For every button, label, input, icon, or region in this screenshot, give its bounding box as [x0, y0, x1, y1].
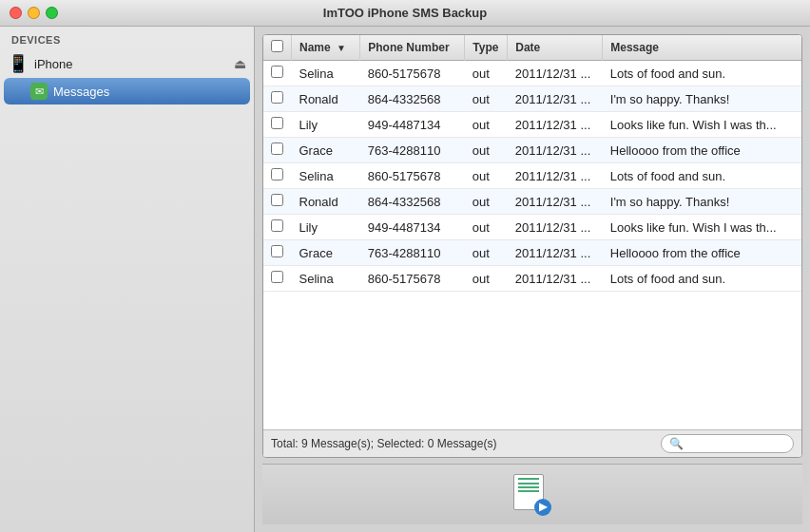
row-type: out [465, 215, 508, 240]
search-input[interactable] [687, 437, 792, 450]
titlebar: ImTOO iPhone SMS Backup [0, 0, 810, 27]
col-header-message[interactable]: Message [603, 35, 801, 61]
row-check-cell [263, 266, 292, 292]
table-row: Lily 949-4487134 out 2011/12/31 ... Look… [263, 215, 801, 240]
row-phone: 864-4332568 [360, 86, 465, 112]
row-name: Selina [292, 61, 360, 86]
sidebar-header: Devices [0, 27, 254, 49]
row-phone: 860-5175678 [360, 266, 465, 292]
row-type: out [465, 266, 508, 292]
table-row: Selina 860-5175678 out 2011/12/31 ... Lo… [263, 61, 801, 86]
col-header-check[interactable] [263, 35, 292, 61]
eject-icon[interactable]: ⏏ [234, 56, 246, 71]
row-checkbox[interactable] [271, 271, 283, 283]
arrow-badge-icon: ▶ [534, 499, 551, 516]
row-checkbox[interactable] [271, 245, 283, 257]
row-date: 2011/12/31 ... [508, 240, 603, 266]
main-layout: Devices 📱 iPhone ⏏ ✉ Messages [0, 27, 810, 532]
bottom-toolbar: ▶ [262, 464, 802, 524]
table-row: Ronald 864-4332568 out 2011/12/31 ... I'… [263, 189, 801, 215]
row-phone: 949-4487134 [360, 215, 465, 240]
row-message: I'm so happy. Thanks! [603, 189, 801, 215]
row-phone: 864-4332568 [360, 189, 465, 215]
col-header-type[interactable]: Type [465, 35, 508, 61]
row-message: Helloooo from the office [603, 138, 801, 163]
row-check-cell [263, 189, 292, 215]
search-icon: 🔍 [669, 437, 684, 450]
row-message: Looks like fun. Wish I was th... [603, 215, 801, 240]
table-row: Selina 860-5175678 out 2011/12/31 ... Lo… [263, 163, 801, 189]
content-area: Name ▼ Phone Number Type Date [255, 27, 810, 532]
iphone-icon: 📱 [8, 53, 29, 74]
row-name: Ronald [292, 86, 360, 112]
messages-label: Messages [53, 85, 109, 99]
row-name: Lily [292, 215, 360, 240]
row-checkbox[interactable] [271, 66, 283, 78]
col-header-phone[interactable]: Phone Number [360, 35, 465, 61]
table-row: Grace 763-4288110 out 2011/12/31 ... Hel… [263, 240, 801, 266]
table-row: Selina 860-5175678 out 2011/12/31 ... Lo… [263, 266, 801, 292]
device-name: iPhone [34, 57, 228, 71]
row-phone: 860-5175678 [360, 61, 465, 86]
row-message: Lots of food and sun. [603, 61, 801, 86]
row-check-cell [263, 61, 292, 86]
row-checkbox[interactable] [271, 219, 283, 232]
row-type: out [465, 112, 508, 138]
row-name: Selina [292, 266, 360, 292]
maximize-button[interactable] [46, 7, 58, 19]
select-all-checkbox[interactable] [271, 40, 283, 52]
col-header-name[interactable]: Name ▼ [292, 35, 360, 61]
table-row: Ronald 864-4332568 out 2011/12/31 ... I'… [263, 86, 801, 112]
sidebar: Devices 📱 iPhone ⏏ ✉ Messages [0, 27, 255, 532]
row-check-cell [263, 163, 292, 189]
row-checkbox[interactable] [271, 91, 283, 104]
messages-table: Name ▼ Phone Number Type Date [263, 35, 801, 292]
table-row: Grace 763-4288110 out 2011/12/31 ... Hel… [263, 138, 801, 163]
row-name: Ronald [292, 189, 360, 215]
row-date: 2011/12/31 ... [508, 86, 603, 112]
row-type: out [465, 189, 508, 215]
row-date: 2011/12/31 ... [508, 61, 603, 86]
row-check-cell [263, 215, 292, 240]
app-title: ImTOO iPhone SMS Backup [323, 6, 487, 20]
row-check-cell [263, 112, 292, 138]
row-date: 2011/12/31 ... [508, 163, 603, 189]
table-scroll[interactable]: Name ▼ Phone Number Type Date [263, 35, 801, 429]
search-box[interactable]: 🔍 [661, 434, 794, 453]
row-name: Selina [292, 163, 360, 189]
status-text: Total: 9 Message(s); Selected: 0 Message… [271, 437, 496, 450]
sidebar-item-messages[interactable]: ✉ Messages [4, 78, 250, 104]
row-date: 2011/12/31 ... [508, 112, 603, 138]
row-check-cell [263, 86, 292, 112]
messages-icon: ✉ [30, 83, 48, 100]
row-date: 2011/12/31 ... [508, 189, 603, 215]
row-phone: 763-4288110 [360, 138, 465, 163]
row-checkbox[interactable] [271, 194, 283, 206]
status-bar: Total: 9 Message(s); Selected: 0 Message… [263, 429, 801, 457]
row-type: out [465, 86, 508, 112]
export-icon: ▶ [513, 474, 551, 516]
row-type: out [465, 61, 508, 86]
row-message: Helloooo from the office [603, 240, 801, 266]
sidebar-device: 📱 iPhone ⏏ [0, 49, 254, 78]
row-checkbox[interactable] [271, 142, 283, 155]
minimize-button[interactable] [28, 7, 40, 19]
table-body: Selina 860-5175678 out 2011/12/31 ... Lo… [263, 61, 801, 292]
row-name: Grace [292, 240, 360, 266]
row-checkbox[interactable] [271, 168, 283, 180]
table-row: Lily 949-4487134 out 2011/12/31 ... Look… [263, 112, 801, 138]
col-header-date[interactable]: Date [508, 35, 603, 61]
row-checkbox[interactable] [271, 117, 283, 129]
row-message: Looks like fun. Wish I was th... [603, 112, 801, 138]
row-message: Lots of food and sun. [603, 163, 801, 189]
sort-arrow-icon: ▼ [337, 43, 346, 53]
row-message: Lots of food and sun. [603, 266, 801, 292]
close-button[interactable] [10, 7, 22, 19]
row-type: out [465, 240, 508, 266]
row-date: 2011/12/31 ... [508, 266, 603, 292]
row-check-cell [263, 240, 292, 266]
row-date: 2011/12/31 ... [508, 138, 603, 163]
row-name: Grace [292, 138, 360, 163]
row-check-cell [263, 138, 292, 163]
export-button[interactable]: ▶ [513, 474, 551, 516]
